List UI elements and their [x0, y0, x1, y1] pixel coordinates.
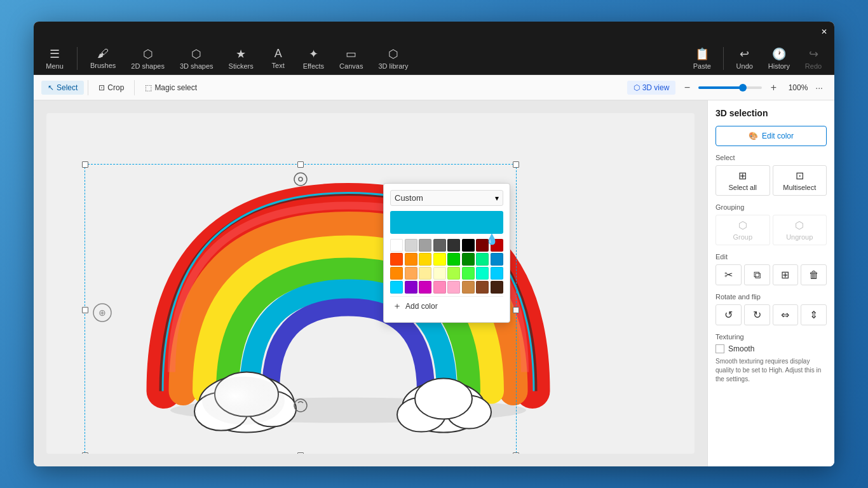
- svg-point-12: [294, 399, 307, 412]
- cut-button[interactable]: ✂: [715, 264, 742, 285]
- select-section-label: Select: [715, 154, 827, 161]
- cursor-icon: ↖: [48, 83, 54, 92]
- color-swatch[interactable]: [433, 281, 446, 294]
- canvas-area[interactable]: ⊕ Custom ▾ 💧: [34, 100, 707, 466]
- secondary-toolbar: ↖ Select ⊡ Crop ⬚ Magic select ⬡ 3D view…: [34, 75, 834, 100]
- color-swatch[interactable]: [405, 239, 417, 252]
- color-swatch[interactable]: [476, 281, 489, 294]
- brushes-button[interactable]: 🖌 Brushes: [84, 44, 122, 72]
- rotate-left-button[interactable]: ↺: [715, 304, 742, 325]
- grouping-section-label: Grouping: [715, 203, 827, 211]
- color-picker-popup: Custom ▾ 💧: [383, 183, 510, 323]
- handle-bm[interactable]: [297, 452, 304, 454]
- close-button[interactable]: ✕: [819, 27, 829, 37]
- rotate-right-button[interactable]: ↻: [744, 304, 770, 325]
- select-all-button[interactable]: ⊞ Select all: [715, 165, 770, 196]
- crop-tool[interactable]: ⊡ Crop: [92, 81, 130, 95]
- color-swatch[interactable]: [433, 267, 446, 280]
- color-swatch[interactable]: [491, 253, 503, 266]
- chevron-down-icon: ▾: [495, 194, 499, 203]
- handle-ml[interactable]: [82, 307, 88, 313]
- color-swatch[interactable]: [390, 239, 403, 252]
- undo-button[interactable]: ↩ Undo: [729, 44, 761, 72]
- smooth-label: Smooth: [728, 344, 754, 353]
- library-3d-button[interactable]: ⬡ 3D library: [372, 44, 414, 72]
- add-color-button[interactable]: ＋ Add color: [390, 296, 503, 316]
- texturing-section-label: Texturing: [715, 333, 827, 341]
- color-swatch[interactable]: [390, 267, 403, 280]
- color-swatch[interactable]: [419, 253, 431, 266]
- color-swatch[interactable]: [419, 281, 431, 294]
- shapes-2d-button[interactable]: ⬡ 2D shapes: [125, 44, 171, 72]
- color-swatch[interactable]: [433, 253, 446, 266]
- right-panel: 3D selection 🎨 Edit color Select ⊞ Selec…: [707, 100, 834, 466]
- handle-tl[interactable]: [82, 161, 88, 168]
- color-swatch[interactable]: [447, 253, 460, 266]
- sec-sep-2: [134, 80, 135, 95]
- stickers-button[interactable]: ★ Stickers: [222, 44, 260, 72]
- copy-button[interactable]: ⧉: [744, 264, 770, 285]
- color-swatch[interactable]: [447, 267, 460, 280]
- paste-button[interactable]: 📋 Paste: [686, 44, 718, 72]
- color-swatch[interactable]: [476, 253, 489, 266]
- group-button[interactable]: ⬡ Group: [715, 215, 770, 245]
- custom-dropdown[interactable]: Custom ▾: [390, 190, 503, 206]
- smooth-checkbox[interactable]: [715, 344, 724, 353]
- effects-button[interactable]: ✦ Effects: [297, 44, 330, 72]
- history-button[interactable]: 🕐 History: [762, 44, 796, 72]
- color-swatch[interactable]: [419, 239, 431, 252]
- text-button[interactable]: A Text: [262, 44, 294, 72]
- select-buttons: ⊞ Select all ⊡ Multiselect: [715, 165, 827, 196]
- color-swatch[interactable]: [447, 281, 460, 294]
- magic-select-tool[interactable]: ⬚ Magic select: [139, 81, 203, 95]
- 3d-view-button[interactable]: ⬡ 3D view: [627, 81, 676, 95]
- color-swatch[interactable]: [405, 267, 417, 280]
- eyedropper-icon[interactable]: 💧: [485, 233, 498, 246]
- multiselect-button[interactable]: ⊡ Multiselect: [773, 165, 827, 196]
- color-swatch[interactable]: [390, 253, 403, 266]
- color-swatch[interactable]: [462, 281, 475, 294]
- main-content: ⊕ Custom ▾ 💧: [34, 100, 834, 466]
- rotate-handle-top[interactable]: [293, 172, 308, 189]
- more-options-button[interactable]: ···: [811, 80, 827, 95]
- color-swatch[interactable]: [419, 267, 431, 280]
- ungroup-button[interactable]: ⬡ Ungroup: [773, 215, 827, 245]
- main-toolbar: ☰ Menu 🖌 Brushes ⬡ 2D shapes ⬡ 3D shapes…: [34, 42, 834, 75]
- delete-button[interactable]: 🗑: [801, 264, 827, 285]
- color-swatch[interactable]: [462, 239, 475, 252]
- edit-color-button[interactable]: 🎨 Edit color: [715, 126, 827, 146]
- menu-button[interactable]: ☰ Menu: [39, 44, 71, 72]
- custom-label: Custom: [395, 193, 423, 203]
- group-icon: ⬡: [738, 219, 747, 231]
- color-swatch[interactable]: [476, 267, 489, 280]
- handle-br[interactable]: [513, 452, 519, 454]
- selected-color-preview[interactable]: [390, 211, 503, 234]
- color-swatch[interactable]: [491, 281, 503, 294]
- duplicate-button[interactable]: ⊞: [773, 264, 799, 285]
- zoom-in-button[interactable]: +: [766, 80, 781, 95]
- canvas-button[interactable]: ▭ Canvas: [333, 44, 369, 72]
- zoom-slider[interactable]: [698, 86, 762, 89]
- color-swatch[interactable]: [405, 253, 417, 266]
- flip-vertical-button[interactable]: ⇕: [801, 304, 827, 325]
- color-swatch[interactable]: [462, 253, 475, 266]
- zoom-out-button[interactable]: −: [679, 80, 695, 95]
- toolbar-sep-1: [77, 47, 78, 70]
- handle-bl[interactable]: [82, 452, 88, 454]
- shapes-3d-button[interactable]: ⬡ 3D shapes: [173, 44, 220, 72]
- plus-icon: ＋: [393, 301, 402, 312]
- redo-button[interactable]: ↪ Redo: [797, 44, 829, 72]
- color-swatch[interactable]: [405, 281, 417, 294]
- select-tool[interactable]: ↖ Select: [41, 81, 84, 95]
- color-swatch[interactable]: [390, 281, 403, 294]
- color-swatch[interactable]: [491, 267, 503, 280]
- color-swatch[interactable]: [447, 239, 460, 252]
- app-window: ✕ ☰ Menu 🖌 Brushes ⬡ 2D shapes ⬡ 3D shap…: [34, 22, 834, 466]
- edit-section-label: Edit: [715, 253, 827, 261]
- flip-horizontal-button[interactable]: ⇔: [773, 304, 799, 325]
- color-swatch[interactable]: [433, 239, 446, 252]
- move-handle[interactable]: ⊕: [92, 302, 112, 325]
- edit-buttons: ✂ ⧉ ⊞ 🗑: [715, 264, 827, 285]
- color-swatch[interactable]: [462, 267, 475, 280]
- rotate-handle-bottom[interactable]: [293, 398, 308, 416]
